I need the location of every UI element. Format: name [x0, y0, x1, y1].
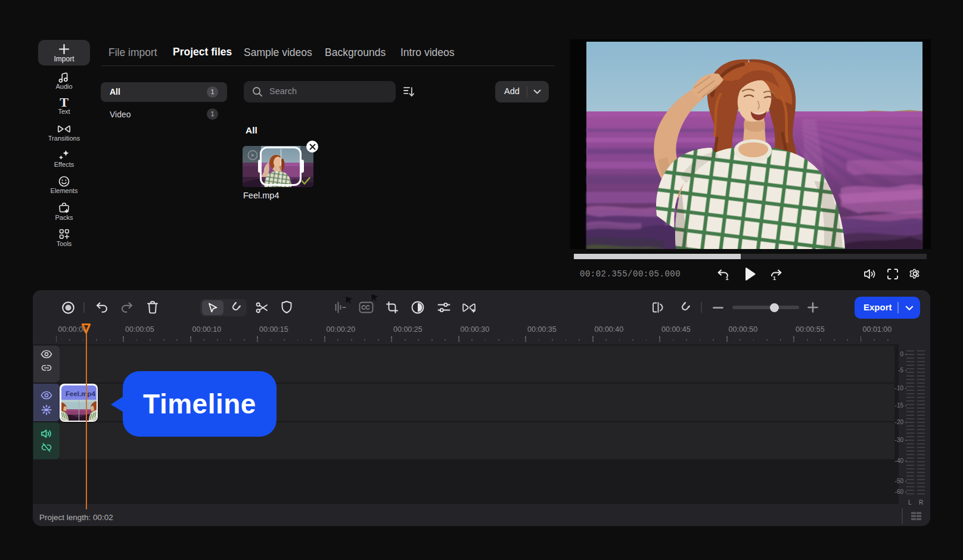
svg-text:1: 1	[726, 275, 729, 281]
svg-text:1: 1	[773, 275, 776, 281]
svg-text:Timeline: Timeline	[143, 388, 256, 419]
svg-text:Feel.mp4: Feel.mp4	[66, 390, 95, 397]
